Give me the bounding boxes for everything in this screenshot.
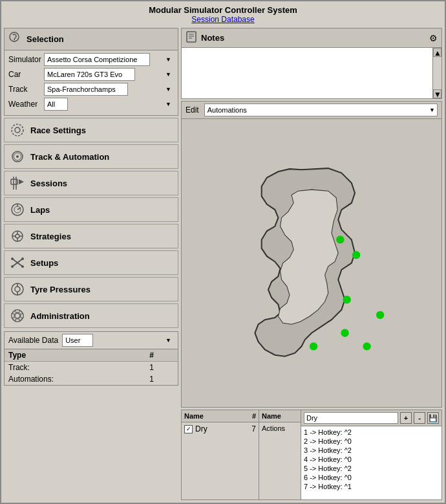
weather-select[interactable]: All (44, 98, 68, 111)
add-hotkey-button[interactable]: + (400, 412, 412, 424)
main-window: Modular Simulator Controller System Sess… (0, 0, 446, 504)
session-database-link[interactable]: Session Database (191, 15, 254, 24)
nav-sessions-label: Sessions (30, 179, 67, 188)
svg-point-24 (15, 287, 20, 292)
scrollbar-down[interactable]: ▼ (433, 89, 441, 98)
nav-setups[interactable]: Setups (4, 250, 178, 275)
hotkey-item: 5 -> Hotkey: ^2 (304, 464, 439, 473)
hotkey-item: 1 -> Hotkey: ^2 (304, 428, 439, 437)
dry-count: 7 (251, 424, 256, 433)
remove-hotkey-button[interactable]: - (414, 412, 425, 424)
automation-point-4[interactable] (376, 311, 384, 319)
selection-panel: Selection Simulator Assetto Corsa Compet… (4, 28, 178, 116)
hotkey-item: 3 -> Hotkey: ^2 (304, 446, 439, 455)
hotkey-item: 4 -> Hotkey: ^0 (304, 455, 439, 464)
session-item-dry: ✓ Dry 7 (182, 422, 259, 435)
svg-point-21 (11, 265, 14, 268)
col-count: # (145, 349, 178, 362)
strategies-icon (10, 228, 25, 244)
simulator-label: Simulator (8, 55, 44, 64)
simulator-row: Simulator Assetto Corsa Competizione (8, 53, 174, 66)
track-label: Track (8, 85, 44, 94)
left-panel: Selection Simulator Assetto Corsa Compet… (4, 28, 178, 500)
table-row: Track: 1 (5, 362, 178, 374)
actions-label: Actions (259, 422, 301, 434)
race-settings-icon (10, 122, 25, 138)
title-bar: Modular Simulator Controller System Sess… (1, 1, 445, 25)
selection-label: Selection (27, 34, 64, 44)
notes-icon (186, 31, 197, 45)
count-track: 1 (145, 362, 178, 374)
type-automations: Automations: (5, 373, 145, 385)
nav-sessions[interactable]: Sessions (4, 171, 178, 195)
session-list: Name # ✓ Dry 7 (182, 410, 259, 499)
nav-administration[interactable]: Administration (4, 303, 178, 328)
car-row: Car McLaren 720s GT3 Evo (8, 68, 174, 81)
type-track: Track: (5, 362, 145, 374)
simulator-select-wrapper: Assetto Corsa Competizione (44, 53, 174, 66)
actions-panel: Name Actions (259, 410, 301, 499)
track-select[interactable]: Spa-Franchorchamps (44, 83, 128, 96)
setups-icon (10, 255, 25, 270)
hotkey-name-input[interactable] (304, 412, 398, 424)
svg-rect-30 (16, 319, 19, 322)
selection-body: Simulator Assetto Corsa Competizione Car… (5, 50, 178, 115)
notes-header: Notes ⚙ (182, 28, 441, 48)
session-list-header: Name # (182, 410, 259, 422)
notes-settings-icon[interactable]: ⚙ (429, 33, 438, 43)
automation-point-1[interactable] (336, 236, 344, 243)
simulator-select[interactable]: Assetto Corsa Competizione (44, 53, 150, 66)
app-title: Modular Simulator Controller System (1, 5, 445, 15)
nav-administration-label: Administration (30, 311, 90, 321)
nav-race-settings[interactable]: Race Settings (4, 118, 178, 142)
laps-icon (10, 202, 25, 217)
svg-point-3 (12, 124, 23, 136)
svg-rect-31 (12, 314, 14, 318)
save-hotkey-button[interactable]: 💾 (427, 412, 439, 424)
col-type: Type (5, 349, 145, 362)
count-automations: 1 (145, 373, 178, 385)
automation-point-3[interactable] (343, 296, 350, 303)
dry-name: Dry (195, 424, 207, 433)
hotkey-item: 6 -> Hotkey: ^0 (304, 473, 439, 482)
nav-track-automation-label: Track & Automation (30, 152, 109, 162)
available-data-select[interactable]: User (62, 334, 93, 347)
right-panel: Notes ⚙ ▲ ▼ Edit (181, 28, 442, 500)
automation-point-6[interactable] (310, 342, 317, 350)
scrollbar-up[interactable]: ▲ (433, 48, 441, 57)
svg-rect-33 (187, 32, 196, 42)
svg-point-19 (11, 257, 14, 260)
automation-point-7[interactable] (363, 342, 370, 350)
nav-laps-label: Laps (30, 205, 50, 215)
svg-point-22 (21, 265, 24, 268)
track-automation-icon (10, 149, 25, 164)
nav-track-automation[interactable]: Track & Automation (4, 144, 178, 169)
weather-row: Weather All (8, 98, 174, 111)
track-svg (182, 119, 441, 407)
svg-point-12 (16, 234, 19, 238)
nav-laps[interactable]: Laps (4, 197, 178, 222)
automation-point-5[interactable] (341, 329, 348, 337)
car-label: Car (8, 70, 44, 79)
administration-icon (10, 308, 25, 323)
nav-tyre-pressures[interactable]: Tyre Pressures (4, 277, 178, 301)
nav-strategies[interactable]: Strategies (4, 224, 178, 248)
nav-setups-label: Setups (30, 258, 58, 268)
hotkeys-list: 1 -> Hotkey: ^2 2 -> Hotkey: ^0 3 -> Hot… (301, 426, 441, 499)
car-select-wrapper: McLaren 720s GT3 Evo (44, 68, 174, 81)
svg-point-27 (15, 313, 20, 318)
automations-select[interactable]: Automations (204, 104, 438, 116)
main-content: Selection Simulator Assetto Corsa Compet… (1, 25, 445, 503)
dry-checkbox[interactable]: ✓ (184, 425, 193, 433)
automation-point-2[interactable] (352, 251, 360, 259)
actions-header-name: Name (259, 410, 301, 422)
track-map-area (182, 119, 441, 407)
car-select[interactable]: McLaren 720s GT3 Evo (44, 68, 135, 81)
available-data-select-wrapper: User (62, 334, 174, 347)
track-row: Track Spa-Franchorchamps (8, 83, 174, 96)
svg-point-20 (21, 257, 24, 260)
tyre-pressures-icon (10, 281, 25, 297)
notes-body[interactable] (182, 48, 432, 98)
weather-label: Weather (8, 100, 44, 109)
svg-point-1 (14, 41, 15, 42)
